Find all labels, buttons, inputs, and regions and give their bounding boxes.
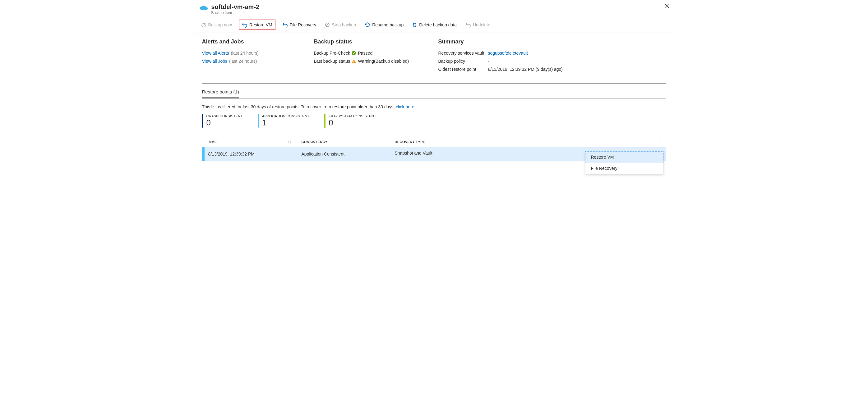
backup-status-section: Backup status Backup Pre-Check Passed La… [314, 38, 420, 75]
policy-label: Backup policy [438, 59, 488, 64]
delete-backup-data-button[interactable]: Delete backup data [410, 21, 459, 29]
file-system-consistent-counter: FILE-SYSTEM CONSISTENT 0 [324, 114, 376, 128]
file-recovery-button[interactable]: File Recovery [280, 21, 318, 29]
undo-icon [465, 22, 471, 28]
col-recovery-type[interactable]: RECOVERY TYPE ↑↓ [391, 137, 666, 147]
cell-recovery: Snapshot and Vault [395, 150, 432, 155]
view-all-alerts-link[interactable]: View all Alerts [202, 50, 229, 56]
close-icon[interactable] [664, 3, 671, 10]
crash-consistent-counter: CRASH CONSISTENT 0 [202, 114, 243, 128]
svg-rect-4 [353, 62, 354, 63]
row-marker [202, 147, 205, 161]
stop-backup-button: Stop backup [323, 21, 358, 29]
section-heading: Summary [438, 38, 581, 45]
refresh-icon [365, 22, 370, 28]
vault-link[interactable]: sogupsoftdeletevault [488, 50, 528, 56]
filter-note: This list is filtered for last 30 days o… [202, 104, 666, 109]
undo-icon [282, 22, 288, 28]
oldest-restore-value: 8/13/2019, 12:39:32 PM (9 day(s) ago) [488, 67, 563, 72]
restore-vm-button[interactable]: Restore VM [239, 20, 275, 30]
section-heading: Backup status [314, 38, 420, 45]
undelete-button: Undelete [464, 21, 492, 29]
cell-consistency: Application Consistent [298, 147, 391, 161]
view-all-jobs-link[interactable]: View all Jobs [202, 59, 227, 64]
blade-content: Alerts and Jobs View all Alerts (last 24… [193, 33, 675, 166]
backup-now-button: Backup now [199, 21, 234, 29]
tab-restore-points[interactable]: Restore points (1) [202, 86, 239, 98]
click-here-link[interactable]: click here. [396, 104, 415, 109]
section-divider [202, 83, 666, 84]
sort-icon: ↑↓ [659, 140, 663, 144]
oldest-restore-label: Oldest restore point [438, 67, 488, 72]
last-backup-value: Warning(Backup disabled) [358, 59, 409, 64]
block-icon [325, 22, 330, 27]
undo-icon [242, 22, 247, 28]
blade-title: softdel-vm-am-2 [211, 3, 259, 10]
success-icon [351, 50, 356, 56]
alerts-suffix: (last 24 hours) [231, 50, 258, 56]
tab-strip: Restore points (1) [202, 86, 666, 99]
svg-rect-3 [353, 61, 354, 62]
trash-icon [412, 22, 417, 27]
sort-icon: ↑↓ [381, 140, 385, 144]
row-context-menu: Restore VM File Recovery [585, 151, 663, 174]
last-backup-label: Last backup status [314, 59, 351, 64]
svg-line-1 [326, 24, 329, 26]
command-bar: Backup now Restore VM File Recovery Stop… [193, 17, 675, 33]
precheck-value: Passed [358, 50, 373, 56]
alerts-jobs-section: Alerts and Jobs View all Alerts (last 24… [202, 38, 296, 75]
vault-label: Recovery services vault [438, 50, 488, 56]
info-sections: Alerts and Jobs View all Alerts (last 24… [202, 38, 666, 75]
ctx-restore-vm[interactable]: Restore VM [585, 151, 663, 163]
summary-section: Summary Recovery services vault sogupsof… [438, 38, 581, 75]
col-time[interactable]: TIME ↑↓ [205, 137, 298, 147]
col-consistency[interactable]: CONSISTENCY ↑↓ [298, 137, 391, 147]
blade-header: softdel-vm-am-2 Backup Item [193, 0, 675, 17]
azure-cloud-icon [199, 4, 208, 13]
resume-backup-button[interactable]: Resume backup [363, 21, 405, 29]
backup-item-blade: softdel-vm-am-2 Backup Item Backup now R… [193, 0, 675, 231]
policy-link[interactable]: - [488, 59, 490, 64]
precheck-label: Backup Pre-Check [314, 50, 351, 56]
blade-subtitle: Backup Item [211, 10, 259, 15]
warning-icon [351, 59, 356, 64]
ctx-file-recovery[interactable]: File Recovery [585, 163, 663, 174]
application-consistent-counter: APPLICATION CONSISTENT 1 [258, 114, 309, 128]
cell-time: 8/13/2019, 12:39:32 PM [205, 147, 298, 161]
consistency-counters: CRASH CONSISTENT 0 APPLICATION CONSISTEN… [202, 114, 666, 128]
jobs-suffix: (last 24 hours) [229, 59, 257, 64]
sort-icon: ↑↓ [288, 140, 291, 144]
section-heading: Alerts and Jobs [202, 38, 296, 45]
